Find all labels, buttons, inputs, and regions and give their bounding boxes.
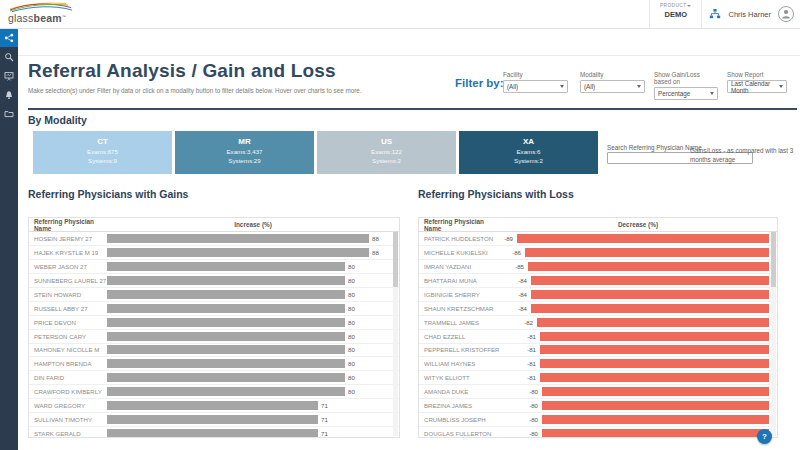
table-row[interactable]: STARK GERALD71 [29,427,399,438]
value-label: 80 [348,388,355,395]
value-label: -86 [499,249,525,256]
chevron-down-icon [687,5,691,7]
table-row[interactable]: WARD GREGORY71 [29,399,399,413]
loss-bar[interactable] [542,387,769,396]
table-row[interactable]: SHAUN KRETZSCHMAR-84 [419,302,777,316]
table-row[interactable]: DIN FARID80 [29,371,399,385]
gain-bar[interactable] [107,262,345,271]
value-label: -80 [499,402,542,409]
table-row[interactable]: HAMPTON BRENDA80 [29,357,399,371]
table-row[interactable]: WITYK ELLIOTT-81 [419,371,777,385]
gain-bar[interactable] [107,429,318,438]
table-row[interactable]: BHATTARAI MUNA-84 [419,274,777,288]
table-row[interactable]: WEBER JASON 2780 [29,260,399,274]
table-row[interactable]: DOUGLAS FULLERTON-80 [419,427,777,438]
modality-button-mr[interactable]: MR Exams:3,437 Systems:29 [175,131,314,174]
gain-bar[interactable] [107,318,345,327]
help-button[interactable]: ? [757,429,772,444]
losses-scrollbar[interactable] [771,232,776,436]
modality-button-ct[interactable]: CT Exams:675 Systems:9 [33,131,172,174]
table-row[interactable]: PETERSON CARY80 [29,330,399,344]
sidebar-item-search[interactable] [0,47,18,66]
modality-systems: Systems:2 [317,157,456,164]
loss-bar[interactable] [537,318,769,327]
physician-name: IGBINIGIE SHERRY [419,291,499,298]
gain-bar[interactable] [107,248,369,257]
table-row[interactable]: IGBINIGIE SHERRY-84 [419,288,777,302]
value-label: -82 [499,319,537,326]
table-row[interactable]: HAJEK KRYSTLE M 1988 [29,246,399,260]
loss-bar[interactable] [528,262,769,271]
product-selector[interactable]: PRODUCT DEMO [649,0,703,28]
loss-bar[interactable] [540,332,769,341]
loss-bar[interactable] [540,359,769,368]
table-row[interactable]: SUNNEBERG LAUREL 2780 [29,274,399,288]
facility-dropdown[interactable]: (All) [503,80,568,93]
gains-scrollbar[interactable] [393,232,398,436]
org-chart-icon[interactable] [709,8,721,20]
physician-name: PRICE DEVON [29,319,107,326]
chevron-down-icon [637,85,641,88]
loss-bar[interactable] [525,248,769,257]
table-row[interactable]: CRAWFORD KIMBERLY80 [29,385,399,399]
gain-bar[interactable] [107,345,345,354]
physician-name: RUSSELL ABBY 27 [29,305,107,312]
sidebar-item-dashboards[interactable] [0,66,18,85]
chevron-down-icon [710,92,714,95]
table-row[interactable]: TRAMMELL JAMES-82 [419,316,777,330]
sidebar-item-analytics[interactable] [0,28,18,47]
gain-bar[interactable] [107,304,345,313]
table-row[interactable]: HOSEIN JEREMY 2788 [29,232,399,246]
modality-systems: Systems:2 [459,157,598,164]
modality-dropdown[interactable]: (All) [580,80,645,93]
gainloss-basis-dropdown[interactable]: Percentage [654,87,718,100]
gain-bar[interactable] [107,373,345,382]
loss-bar[interactable] [542,401,769,410]
modality-button-xa[interactable]: XA Exams:6 Systems:2 [459,131,598,174]
person-icon [779,7,793,21]
gain-bar[interactable] [107,359,345,368]
table-row[interactable]: CHAD EZZELL-81 [419,330,777,344]
table-row[interactable]: PEPPERELL KRISTOFFER-81 [419,344,777,358]
table-row[interactable]: BREZINA JAMES-80 [419,399,777,413]
table-row[interactable]: STEIN HOWARD80 [29,288,399,302]
loss-bar[interactable] [542,415,769,424]
gain-bar[interactable] [107,290,345,299]
gain-bar[interactable] [107,276,345,285]
gain-bar[interactable] [107,332,345,341]
loss-bar[interactable] [540,373,769,382]
physician-name: SULLIVAN TIMOTHY [29,416,107,423]
avatar[interactable] [778,6,794,22]
show-report-dropdown[interactable]: Last Calendar Month [727,80,787,93]
table-row[interactable]: AMANDA DUKE-80 [419,385,777,399]
gain-bar[interactable] [107,415,318,424]
table-row[interactable]: PRICE DEVON80 [29,316,399,330]
table-row[interactable]: RUSSELL ABBY 2780 [29,302,399,316]
table-row[interactable]: MAHONEY NICOLLE M80 [29,344,399,358]
gain-bar[interactable] [107,401,318,410]
loss-bar[interactable] [517,234,769,243]
losses-table-header: Referring Physician Name Decrease (%) [419,218,777,232]
value-label: -85 [499,263,528,270]
loss-bar[interactable] [531,276,769,285]
gain-bar[interactable] [107,387,345,396]
table-row[interactable]: IMRAN YAZDANI-85 [419,260,777,274]
table-row[interactable]: PATRICK HUDDLESTON-89 [419,232,777,246]
sidebar-item-alerts[interactable] [0,85,18,104]
product-value: DEMO [660,10,692,19]
sidebar-item-files[interactable] [0,104,18,123]
loss-bar[interactable] [531,290,769,299]
physician-name: WITYK ELLIOTT [419,374,499,381]
physician-name: BREZINA JAMES [419,402,499,409]
gain-bar[interactable] [107,234,369,243]
table-row[interactable]: WILLIAM HAYNES-81 [419,357,777,371]
physician-name: HOSEIN JEREMY 27 [29,235,107,242]
table-row[interactable]: MICHELLE KUKIELSKI-86 [419,246,777,260]
loss-bar[interactable] [540,345,769,354]
modality-button-us[interactable]: US Exams:122 Systems:2 [317,131,456,174]
user-name[interactable]: Chris Harner [728,10,771,19]
loss-bar[interactable] [542,429,769,438]
table-row[interactable]: CRUMBLISS JOSEPH-80 [419,413,777,427]
loss-bar[interactable] [531,304,769,313]
table-row[interactable]: SULLIVAN TIMOTHY71 [29,413,399,427]
